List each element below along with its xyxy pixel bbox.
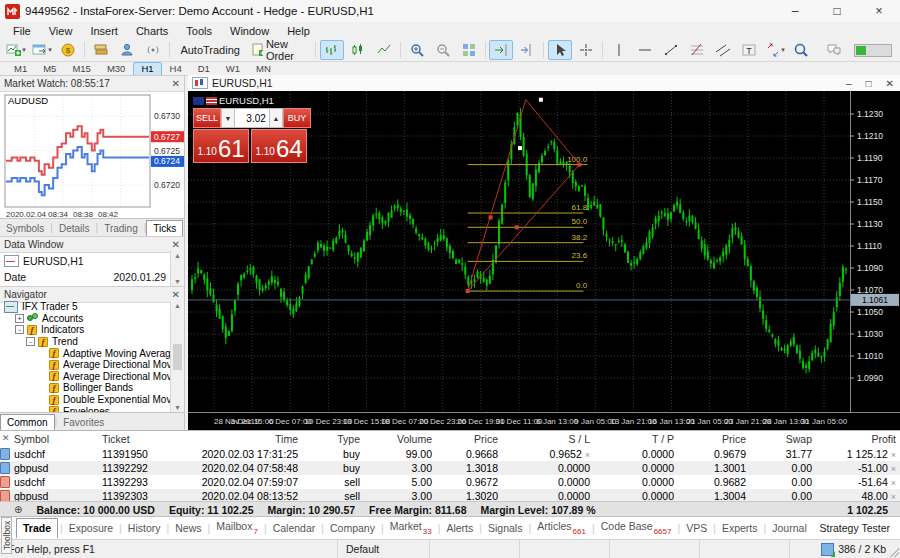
bar-chart-button[interactable] (320, 40, 344, 60)
column-header-time[interactable]: Time (190, 433, 302, 445)
tab-experts[interactable]: Experts (716, 519, 764, 537)
text-button[interactable]: T (737, 40, 761, 60)
navigator-item-average-directional-movement[interactable]: fAverage Directional Movement (0, 371, 170, 383)
horizontal-line-button[interactable] (633, 40, 657, 60)
tab-signals[interactable]: Signals (482, 519, 528, 537)
scroll-down-icon[interactable]: ▼ (171, 278, 184, 285)
menu-window[interactable]: Window (221, 24, 278, 38)
timeframe-h4[interactable]: H4 (162, 62, 190, 76)
tab-alerts[interactable]: Alerts (440, 519, 479, 537)
search-icon[interactable] (789, 40, 813, 60)
sell-price-button[interactable]: 1.10 61 (193, 129, 249, 163)
vertical-line-button[interactable] (607, 40, 631, 60)
market-watch-tab-symbols[interactable]: Symbols (0, 221, 50, 236)
navigator-item-bollinger-bands[interactable]: fBollinger Bands (0, 382, 170, 394)
column-header-t-p[interactable]: T / P (594, 433, 678, 445)
column-header-ticket[interactable]: Ticket (98, 433, 190, 445)
timeframe-m5[interactable]: M5 (35, 62, 64, 76)
close-icon[interactable]: ✕ (172, 289, 180, 300)
sell-button[interactable]: SELL (193, 108, 221, 128)
trendline-button[interactable] (659, 40, 683, 60)
tab-company[interactable]: Company (324, 519, 381, 537)
new-chart-button[interactable]: ▾ (4, 40, 28, 60)
scroll-up-icon[interactable]: ▲ (171, 252, 184, 259)
navigator-item-double-exponential-moving-av[interactable]: fDouble Exponential Moving Av (0, 394, 170, 406)
collapse-icon[interactable]: - (15, 325, 24, 334)
scroll-up-icon[interactable]: ▲ (171, 302, 184, 309)
tab-exposure[interactable]: Exposure (63, 519, 119, 537)
menu-insert[interactable]: Insert (81, 24, 127, 38)
data-window-scrollbar[interactable]: ▲ ▼ (170, 251, 184, 286)
column-header-profit[interactable]: Profit (816, 433, 900, 445)
navigator-item-adaptive-moving-average[interactable]: fAdaptive Moving Average (0, 347, 170, 359)
navigator-item-ifx-trader-5[interactable]: IFX Trader 5 (0, 301, 170, 313)
volume-decrease-button[interactable]: ▼ (221, 108, 235, 128)
tab-mailbox[interactable]: Mailbox7 (210, 517, 264, 538)
data-window-date-row[interactable]: Date 2020.01.29 (0, 269, 184, 285)
expand-icon[interactable]: + (15, 314, 24, 323)
volume-increase-button[interactable]: ▲ (269, 108, 283, 128)
candle-chart-button[interactable] (346, 40, 370, 60)
column-header-swap[interactable]: Swap (750, 433, 816, 445)
profile-selector[interactable]: Default (338, 540, 430, 558)
scroll-down-icon[interactable]: ▼ (171, 404, 184, 411)
column-header-volume[interactable]: Volume (364, 433, 436, 445)
close-icon[interactable]: ✕ (172, 78, 180, 89)
buy-price-button[interactable]: 1.10 64 (251, 129, 307, 163)
market-watch-tab-ticks[interactable]: Ticks (146, 220, 183, 236)
column-header-price[interactable]: Price (436, 433, 502, 445)
navigator-item-indicators[interactable]: -fIndicators (0, 324, 170, 336)
buy-button[interactable]: BUY (283, 108, 311, 128)
line-chart-button[interactable] (372, 40, 396, 60)
chart-close-button[interactable]: ✕ (886, 78, 894, 89)
tab-history[interactable]: History (122, 519, 167, 537)
trade-row-11391950[interactable]: usdchf113919502020.02.03 17:31:25buy99.0… (0, 447, 900, 461)
expand-icon[interactable]: ⊕ (14, 504, 22, 515)
timeframe-m15[interactable]: M15 (64, 62, 98, 76)
resize-grip[interactable] (889, 547, 899, 557)
column-header-type[interactable]: Type (302, 433, 364, 445)
auto-scroll-button[interactable] (489, 40, 513, 60)
tile-windows-button[interactable] (457, 40, 481, 60)
navigator-tab-common[interactable]: Common (0, 414, 55, 430)
close-button[interactable]: × (858, 0, 900, 22)
timeframe-w1[interactable]: W1 (218, 62, 248, 76)
menu-charts[interactable]: Charts (127, 24, 177, 38)
tab-calendar[interactable]: Calendar (267, 519, 322, 537)
trade-row-11392293[interactable]: usdchf113922932020.02.04 07:59:07sell5.0… (0, 475, 900, 489)
close-position-icon[interactable]: × (585, 450, 590, 460)
menu-tools[interactable]: Tools (177, 24, 221, 38)
toolbox-vertical-tab[interactable]: Toolbox (1, 517, 12, 554)
market-watch-tab-details[interactable]: Details (53, 221, 96, 236)
maximize-button[interactable]: □ (816, 0, 858, 22)
autotrading-button[interactable]: AutoTrading (174, 40, 244, 60)
fibonacci-button[interactable] (685, 40, 709, 60)
close-position-icon[interactable]: × (891, 478, 896, 488)
zoom-out-button[interactable] (431, 40, 455, 60)
market-watch-tab-trading[interactable]: Trading (98, 221, 144, 236)
market-watch-toggle-button[interactable]: $ (56, 40, 80, 60)
close-position-icon[interactable]: × (891, 450, 896, 460)
tab-trade[interactable]: Trade (16, 518, 58, 539)
menu-view[interactable]: View (40, 24, 82, 38)
chat-icon[interactable] (822, 40, 846, 60)
navigator-item-average-directional-movement[interactable]: fAverage Directional Movement (0, 359, 170, 371)
timeframe-d1[interactable]: D1 (190, 62, 218, 76)
tick-chart[interactable]: 0.67300.67250.67200.67270.6724AUDUSD2020… (0, 92, 184, 221)
trade-row-11392292[interactable]: gbpusd113922922020.02.04 07:58:48buy3.00… (0, 461, 900, 475)
navigator-item-accounts[interactable]: +Accounts (0, 313, 170, 325)
chart-tab-label[interactable]: EURUSD,H1 (212, 77, 273, 89)
navigator-scrollbar[interactable]: ▲ ▼ (170, 301, 184, 412)
tab-articles[interactable]: Articles661 (531, 517, 592, 538)
close-icon[interactable]: ✕ (2, 433, 10, 443)
data-window-symbol-row[interactable]: EURUSD,H1 (0, 253, 184, 269)
data-window-toggle-button[interactable] (89, 40, 113, 60)
zoom-in-button[interactable] (405, 40, 429, 60)
channel-button[interactable] (711, 40, 735, 60)
crosshair-button[interactable] (574, 40, 598, 60)
navigator-tab-favorites[interactable]: Favorites (57, 415, 110, 430)
column-header-s-l[interactable]: S / L (502, 433, 594, 445)
signals-button[interactable] (141, 40, 165, 60)
close-position-icon[interactable]: × (891, 464, 896, 474)
navigator-toggle-button[interactable] (115, 40, 139, 60)
